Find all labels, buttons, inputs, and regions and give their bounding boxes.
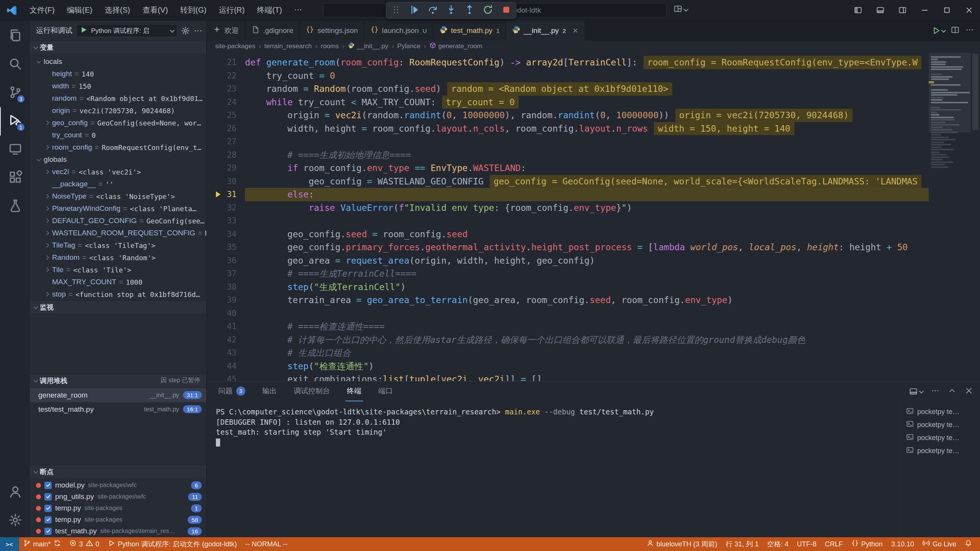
variable-row[interactable]: MAX_TRY_COUNT=1000 [30,276,206,288]
code-line[interactable]: 23 random = Random(room_config.seed)rand… [207,82,929,96]
breakpoint-row[interactable]: model.pysite-packages\wfc6 [30,479,206,491]
variable-row[interactable]: TileTag=<class 'TileTag'> [30,239,206,251]
step-into-icon[interactable] [446,5,456,16]
status-git-blame[interactable]: blueloveTH (3 周前) [642,537,722,551]
code-line[interactable]: 38 step("生成TerrainCell") [207,280,929,294]
code-line[interactable]: 31 else: [207,188,929,201]
code-line[interactable]: 25 origin = vec2i(random.randint(0, 1000… [207,109,929,122]
terminal-instance[interactable]: pocketpy te… [901,418,980,431]
code-line[interactable]: 32 raise ValueError(f"Invalid env type: … [207,201,929,215]
activity-source-control[interactable]: 3 [0,79,30,107]
breadcrumb-item[interactable]: __init__.py [348,42,388,51]
step-over-icon[interactable] [428,5,438,16]
code-line[interactable]: 35 geo_config.primary_forces.geothermal_… [207,241,929,254]
editor-more-icon[interactable] [965,26,974,36]
panel-layout-button[interactable] [909,387,923,396]
variable-row[interactable]: try_count=0 [30,129,206,141]
more-actions-icon[interactable] [194,26,203,35]
menu-E[interactable]: 编辑(E) [61,3,98,17]
breakpoint-checkbox[interactable] [44,482,52,489]
toggle-panel-button[interactable] [869,0,891,20]
status-encoding[interactable]: UTF-8 [793,537,821,551]
variable-row[interactable]: Tile=<class 'Tile'> [30,264,206,276]
minimap-slider[interactable] [929,53,971,132]
step-out-icon[interactable] [464,5,475,16]
panel-tab-终端[interactable]: 终端 [345,381,363,401]
menu-R[interactable]: 运行(R) [213,3,250,17]
status-vim-mode[interactable]: -- NORMAL -- [241,537,292,551]
editor-scrollbar[interactable] [971,52,980,381]
panel-tab-调试控制台[interactable]: 调试控制台 [292,381,332,401]
stop-icon[interactable] [501,5,511,16]
variable-row[interactable]: random=<Random object at 0x1bf9d01e… [30,92,206,104]
code-line[interactable]: 21def generate_room(room_config: RoomReq… [207,56,929,69]
code-line[interactable]: 43 # 生成出口组合 [207,346,929,360]
restart-icon[interactable] [483,5,493,16]
panel-tab-端口[interactable]: 端口 [377,381,394,401]
variable-row[interactable]: origin=vec2i(7205730, 9024468) [30,104,206,117]
tab-.gdignore[interactable]: .gdignore [245,21,300,41]
breadcrumb-item[interactable]: rooms [321,42,339,50]
variable-row[interactable]: width=150 [30,80,206,92]
section-watch-header[interactable]: 监视 [30,300,206,313]
variable-row[interactable]: PlanetaryWindConfig=<class 'Planeta… [30,202,206,215]
code-line[interactable]: 33 [207,214,929,228]
panel-tab-问题[interactable]: 问题3 [217,381,247,401]
toggle-sidebar-button[interactable] [847,0,869,20]
activity-remote[interactable] [0,135,30,164]
code-line[interactable]: 28 # ====生成初始地理信息==== [207,148,929,162]
run-file-button[interactable] [932,26,945,35]
code-line[interactable]: 39 terrain_area = geo_area_to_terrain(ge… [207,293,929,307]
panel-more-icon[interactable] [931,386,939,396]
code-editor[interactable]: 21def generate_room(room_config: RoomReq… [207,52,980,381]
close-tab-icon[interactable] [572,28,578,34]
stack-frame[interactable]: test/test_math.pytest_math.py16:1 [30,402,206,416]
breakpoint-row[interactable]: png_utils.pysite-packages\wfc11 [30,491,206,502]
minimize-button[interactable] [913,0,936,20]
code-line[interactable]: 30 geo_config = WASTELAND_GEO_CONFIGgeo_… [207,175,929,188]
terminal-output[interactable]: PS C:\computer_science\godot-ldtk\site-p… [207,401,900,537]
remote-indicator[interactable]: >< [0,537,19,551]
menu-G[interactable]: 转到(G) [175,3,212,17]
activity-search[interactable] [0,51,30,79]
code-line[interactable]: 24 while try_count < MAX_TRY_COUNT:try_c… [207,96,929,109]
variable-row[interactable]: WASTELAND_ROOM_REQUEST_CONFIG=RoomR… [30,227,206,239]
status-problems[interactable]: 30 [65,537,104,551]
tab-[interactable]: 欢迎 [207,21,245,41]
status-eol[interactable]: CRLF [821,537,847,551]
activity-files[interactable] [0,22,30,51]
status-debug-status[interactable]: Python 调试程序: 启动文件 (godot-ldtk) [104,537,241,551]
variable-row[interactable]: Random=<class 'Random'> [30,251,206,264]
terminal-instance[interactable]: pocketpy te… [901,405,980,418]
breakpoint-checkbox[interactable] [44,493,52,500]
menu-S[interactable]: 选择(S) [99,3,136,17]
code-content[interactable]: 21def generate_room(room_config: RoomReq… [207,52,929,381]
minimap[interactable] [929,52,971,381]
split-editor-icon[interactable] [951,26,959,36]
menu-T[interactable]: 终端(T) [251,3,288,17]
tab-settings.json[interactable]: settings.json [300,21,364,41]
status-language-mode[interactable]: Python [847,537,887,551]
code-line[interactable]: 22 try_count = 0 [207,69,929,83]
panel-tab-输出[interactable]: 输出 [261,381,278,401]
code-line[interactable]: 26 width, height = room_config.layout.n_… [207,122,929,135]
variable-scope-locals[interactable]: locals [30,55,206,68]
breakpoint-checkbox[interactable] [44,528,52,535]
close-button[interactable] [958,0,980,20]
toggle-secondary-sidebar-button[interactable] [891,0,913,20]
activity-extensions[interactable] [0,164,30,192]
maximize-button[interactable] [936,0,958,20]
status-cursor-position[interactable]: 行 31, 列 1 [722,537,763,551]
terminal-instance[interactable]: pocketpy te… [901,444,980,457]
gear-icon[interactable] [181,26,190,35]
status-notifications[interactable] [960,537,976,551]
tab-launch.json[interactable]: launch.jsonU [364,21,433,41]
variable-row[interactable]: geo_config=GeoConfig(seed=None, wor… [30,117,206,129]
breakpoint-checkbox[interactable] [44,516,52,523]
variable-row[interactable]: NoiseType=<class 'NoiseType'> [30,190,206,202]
activity-account[interactable] [0,478,30,507]
variable-scope-globals[interactable]: globals [30,153,206,166]
scrollbar-thumb[interactable] [972,54,978,130]
variable-row[interactable]: height=140 [30,68,206,80]
launch-config-picker[interactable]: Python 调试程序: 启 [76,24,177,37]
